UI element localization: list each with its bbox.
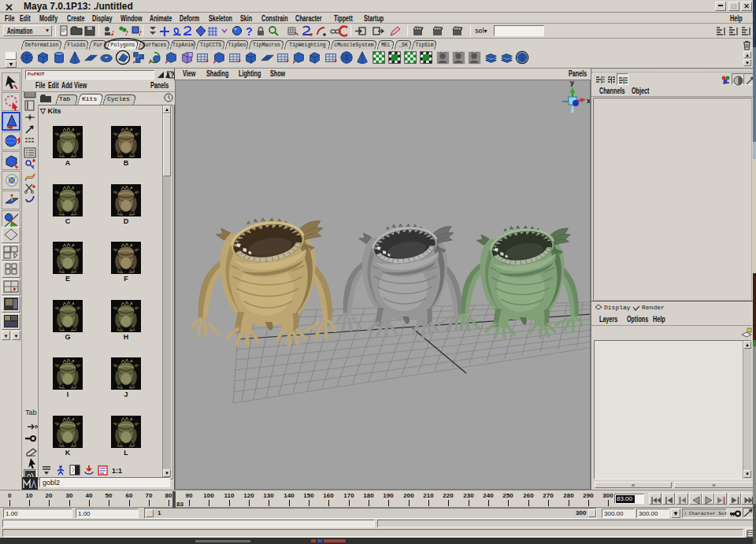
svg-text:?: ?: [246, 25, 253, 37]
svg-text:y: y: [570, 80, 574, 87]
svg-text:?: ?: [170, 71, 175, 79]
svg-text:x: x: [587, 97, 590, 105]
